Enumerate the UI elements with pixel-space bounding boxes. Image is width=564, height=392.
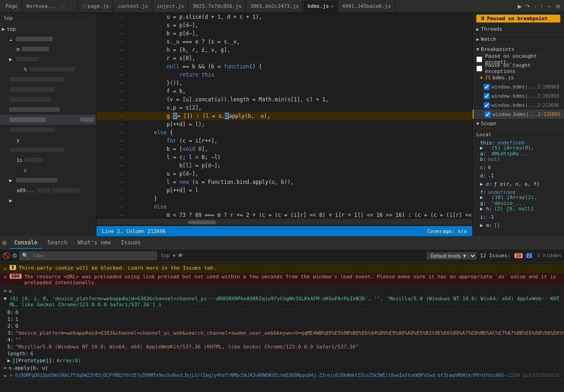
issues-badge-1: 10: [514, 253, 523, 258]
threads-arrow-icon: ▶: [476, 27, 479, 32]
tab-page-js[interactable]: □ page.js: [79, 0, 113, 12]
debugger-play-button[interactable]: ▶: [517, 2, 523, 11]
debugger-step-into-button[interactable]: ↓: [533, 2, 537, 11]
level-select[interactable]: Default levels ▼: [427, 252, 476, 259]
console-settings-button[interactable]: ⚙: [12, 252, 17, 259]
tree-label-percent: %: [24, 66, 27, 72]
tab-whats-new[interactable]: What's new: [73, 237, 115, 249]
tree-blurred10: [9, 148, 64, 152]
tree-item-group[interactable]: ▶: [0, 54, 96, 64]
scrollbar-thumb[interactable]: [188, 221, 216, 224]
tab-console[interactable]: Console: [10, 237, 42, 249]
tree-item-cloud1[interactable]: ☁: [0, 34, 96, 44]
apply-arrow-icon: >: [4, 365, 7, 371]
threads-label: Threads: [481, 26, 502, 32]
code-line-18: — l = c; l > 0; —l): [96, 153, 472, 161]
bp-checkbox-4[interactable]: [485, 111, 491, 117]
tree-item-swjs[interactable]: ▶: [0, 195, 96, 205]
pause-icon: ⏸: [480, 16, 485, 22]
array-item-4: 4: "": [0, 337, 564, 343]
tree-item-c[interactable]: c: [0, 165, 96, 175]
tab-bdms[interactable]: bdms.js ✕: [304, 0, 337, 12]
console-toolbar-right: Default levels ▼ 12 Issues: 10 2 3 hidde…: [427, 252, 561, 259]
code-line-9: — }()),: [96, 79, 472, 87]
scope-g[interactable]: ▶ g: (10) [Array(2), 'device_...: [473, 196, 564, 204]
bp-item-4-active[interactable]: window.bdms|... 2:225093: [473, 110, 564, 119]
tab-9025[interactable]: 9025.7e7dc056.js: [189, 0, 246, 12]
bp-checkbox-3[interactable]: [484, 102, 490, 108]
tree-item-r7[interactable]: ▶: [0, 175, 96, 185]
tab-content-js[interactable]: content.js: [114, 0, 152, 12]
tab-4941[interactable]: 4941.345baca8.js: [339, 0, 395, 12]
scope-e[interactable]: ▶ e: ƒ e(r, n, a, f): [473, 180, 564, 188]
tree-item-y[interactable]: y: [0, 135, 96, 145]
scope-c[interactable]: c: 6: [473, 163, 564, 171]
code-line-14: — p[++d] = l);: [96, 120, 472, 128]
scope-i[interactable]: i: -1: [473, 213, 564, 221]
pause-caught-checkbox[interactable]: [476, 66, 482, 72]
tree-item-m[interactable]: m: [0, 44, 96, 54]
tree-item-percent[interactable]: %: [0, 64, 96, 74]
scope-arrow-icon: ▼: [476, 121, 479, 126]
bp-item-3[interactable]: window.bdms|... 2:212696: [473, 100, 564, 110]
eye-icon-button[interactable]: 👁: [178, 252, 184, 259]
debugger-step-over-button[interactable]: ↷: [525, 2, 531, 11]
tree-blurred7: [9, 97, 50, 102]
tree-item-r4[interactable]: [0, 105, 96, 115]
code-line-7: — null == b && (b = function() {: [96, 62, 472, 71]
deactivate-breakpoints-button[interactable]: ⊘: [555, 2, 561, 11]
console-filter-input[interactable]: [30, 251, 154, 260]
console-array-row: ▼ (6) [0, i, 0, 'device_platform=webapp#…: [0, 295, 564, 309]
tab-search[interactable]: Search: [43, 237, 72, 249]
bp-checkbox-1[interactable]: [484, 84, 490, 90]
tree-blurred5: [9, 77, 64, 82]
tree-item-selected[interactable]: [0, 115, 96, 125]
scope-label: Scope: [481, 121, 496, 127]
tree-item-1s[interactable]: 1s: [0, 155, 96, 165]
clear-console-button[interactable]: 🚫: [3, 252, 10, 259]
tree-blurred14: [52, 188, 80, 193]
debugger-step-button[interactable]: →: [546, 2, 553, 11]
tree-item-r3[interactable]: [0, 94, 96, 105]
bp-checkbox-2[interactable]: [484, 93, 490, 99]
watch-section-header[interactable]: ▶ Watch: [473, 34, 564, 44]
array-expand-icon[interactable]: ▼: [4, 296, 7, 302]
tree-item-top[interactable]: ▶ top: [0, 24, 96, 34]
error-badge: 600: [10, 274, 22, 279]
tab-page[interactable]: Page: [2, 0, 22, 12]
warning-badge: 9: [10, 265, 16, 270]
tab-3065[interactable]: 3065.be2c3473.js: [246, 0, 303, 12]
tree-item-a89[interactable]: a89...: [0, 185, 96, 195]
tree-blurred11: [24, 158, 43, 162]
editor-area: — u = p.slice(d + 1, d + c + 1), — s = p…: [96, 13, 472, 236]
scope-a[interactable]: ▶ a: (5) [Array(0), XMLHttpRe...: [473, 147, 564, 155]
code-line-11: — (v = [u].concat(u)).length = Math.min(…: [96, 95, 472, 104]
tree-label-blurred2: [22, 47, 49, 51]
scope-m[interactable]: ▶ m: []: [473, 221, 564, 229]
scope-d[interactable]: d: -1: [473, 171, 564, 180]
tab-bdms-close-icon[interactable]: ✕: [331, 4, 334, 9]
tree-blurred8: [9, 107, 60, 112]
pause-uncaught-checkbox[interactable]: [476, 56, 482, 62]
tab-workspace[interactable]: Workspa... ›› ⋮: [23, 0, 78, 12]
code-line-22: — p[++d] = l: [96, 186, 472, 194]
warning-text: Third-party cookie will be blocked. Lear…: [19, 265, 560, 271]
panel-toggle-button[interactable]: ⚙: [2, 240, 7, 246]
tree-item-r5[interactable]: [0, 125, 96, 135]
horizontal-scrollbar[interactable]: [96, 219, 472, 225]
bp-item-2[interactable]: window.bdms|... 2:202859: [473, 91, 564, 100]
debugger-step-out-button[interactable]: ↑: [539, 2, 544, 11]
code-line-25: — m < 73 ? 69 === m ? r += 2 + (c = (c =…: [96, 211, 472, 219]
bp-item-1[interactable]: window.bdms|... 2:198969: [473, 82, 564, 91]
code-container[interactable]: — u = p.slice(d + 1, d + c + 1), — s = p…: [96, 13, 472, 226]
tree-item-r1[interactable]: [0, 74, 96, 84]
array-item-3-val: "device_platform=webapp#aid=6383&channel…: [15, 330, 564, 336]
array-item-5: 5: "Mozilla/5.0 (Windows NT 10.0; Win64;…: [0, 343, 564, 350]
threads-section-header[interactable]: ▶ Threads: [473, 24, 564, 34]
scope-section-header[interactable]: ▼ Scope: [473, 119, 564, 129]
console-input-value: u: [9, 288, 12, 294]
tab-issues[interactable]: Issues: [116, 237, 145, 249]
tree-item-r6[interactable]: [0, 145, 96, 155]
tab-inject-js[interactable]: inject.js: [153, 0, 189, 12]
tree-item-r2[interactable]: [0, 84, 96, 94]
